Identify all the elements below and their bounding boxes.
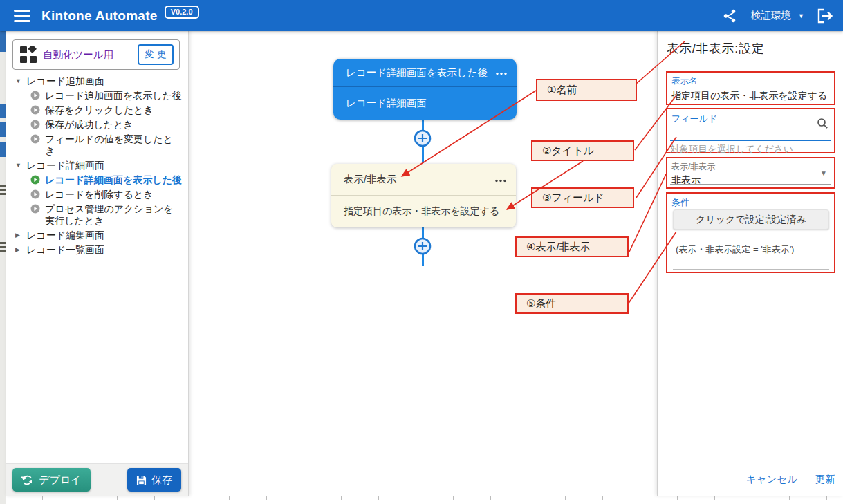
visibility-dropdown[interactable]: 表示/非表示 非表示 ▼ [666, 157, 835, 189]
event-tree: ▼ レコード追加画面 レコード追加画面を表示した後 保存をクリックしたとき 保存… [6, 74, 188, 257]
logout-icon[interactable] [817, 8, 833, 24]
cancel-link[interactable]: キャンセル [746, 473, 797, 486]
hamburger-menu-icon[interactable] [14, 10, 30, 22]
annotation-name: ①名前 [536, 79, 637, 101]
tree-item-label: レコード追加画面を表示した後 [45, 90, 182, 102]
caret-right-icon: ▶ [15, 244, 26, 256]
action-node-subtitle: 指定項目の表示・非表示を設定する [344, 205, 499, 218]
app-title: Kintone Automate [41, 8, 158, 24]
environment-label: 検証環境 [751, 9, 791, 22]
save-button[interactable]: 保存 [127, 468, 181, 492]
display-name-label: 表示名 [671, 75, 830, 87]
tree-item-record-delete[interactable]: レコードを削除するとき [6, 187, 188, 202]
action-node-title: 表示/非表示 [344, 173, 397, 186]
annotation-visibility: ④表示/非表示 [515, 236, 629, 257]
panel-footer: キャンセル 更新 [746, 473, 835, 486]
share-icon[interactable] [722, 8, 737, 24]
display-name-value[interactable]: 指定項目の表示・非表示を設定する [671, 90, 830, 102]
field-select-field[interactable]: フィールド 対象項目を選択してください [666, 108, 835, 153]
condition-summary: (表示・非表示設定 = '非表示') [676, 243, 794, 256]
field-label: フィールド [671, 113, 830, 125]
tree-item-detail-shown-selected[interactable]: レコード詳細画面を表示した後 [6, 173, 188, 187]
chevron-down-icon: ▼ [798, 12, 804, 19]
tree-item-process-action[interactable]: プロセス管理のアクションを実行したとき [6, 202, 188, 228]
sidebar: 自動化ツール用 変 更 ▼ レコード追加画面 レコード追加画面を表示した後 保存… [6, 31, 189, 496]
tree-section-record-detail[interactable]: ▼ レコード詳細画面 [6, 158, 188, 173]
tree-item-save-clicked[interactable]: 保存をクリックしたとき [6, 103, 188, 118]
refresh-icon [21, 474, 33, 486]
event-icon [30, 120, 40, 129]
save-icon [136, 475, 147, 485]
tree-section-record-list[interactable]: ▶ レコード一覧画面 [6, 243, 188, 257]
annotation-title: ②タイトル [531, 140, 634, 161]
dropdown-caret-icon[interactable]: ▼ [820, 169, 827, 177]
visibility-underline [670, 184, 831, 185]
tree-item-field-changed[interactable]: フィールドの値を変更したとき [6, 132, 188, 158]
caret-down-icon: ▼ [15, 160, 26, 171]
app-card: 自動化ツール用 変 更 [12, 39, 180, 70]
caret-right-icon: ▶ [15, 230, 26, 241]
update-link[interactable]: 更新 [815, 473, 835, 486]
trigger-node[interactable]: レコード詳細画面を表示した後 レコード詳細画面 [333, 59, 517, 120]
action-node[interactable]: 表示/非表示 指定項目の表示・非表示を設定する [331, 164, 516, 227]
add-step-icon[interactable] [414, 237, 432, 255]
condition-section: 条件 クリックで設定:設定済み (表示・非表示設定 = '非表示') [666, 192, 835, 273]
version-badge: V0.2.0 [165, 6, 199, 19]
tree-item-save-success[interactable]: 保存が成功したとき [6, 118, 188, 132]
tree-section-label: レコード詳細画面 [26, 160, 104, 171]
tree-section-record-edit[interactable]: ▶ レコード編集画面 [6, 228, 188, 243]
event-icon [30, 189, 40, 199]
trigger-node-title: レコード詳細画面を表示した後 [346, 66, 488, 80]
tree-section-label: レコード編集画面 [26, 230, 104, 241]
tree-item-label: レコード詳細画面を表示した後 [45, 174, 182, 186]
condition-label: 条件 [671, 196, 830, 209]
annotation-field: ③フィールド [531, 187, 634, 208]
app-header: Kintone Automate V0.2.0 検証環境 ▼ [0, 0, 843, 31]
caret-down-icon: ▼ [15, 75, 26, 87]
sidebar-footer: デプロイ 保存 [6, 463, 188, 496]
bottom-ruler [6, 496, 843, 500]
annotation-label: ①名前 [547, 84, 577, 97]
condition-divider [673, 269, 829, 270]
event-icon [30, 91, 40, 100]
tree-section-label: レコード追加画面 [26, 75, 104, 87]
app-window: Kintone Automate V0.2.0 検証環境 ▼ [0, 0, 843, 504]
tree-section-label: レコード一覧画面 [26, 244, 104, 256]
change-app-button[interactable]: 変 更 [138, 44, 174, 65]
condition-set-button[interactable]: クリックで設定:設定済み [673, 209, 829, 230]
search-icon[interactable] [817, 118, 828, 132]
trigger-node-subtitle: レコード詳細画面 [346, 97, 427, 110]
tree-item-label: 保存をクリックしたとき [45, 104, 154, 116]
tree-section-record-add[interactable]: ▼ レコード追加画面 [6, 74, 188, 88]
deploy-button[interactable]: デプロイ [12, 468, 91, 492]
annotation-condition: ⑤条件 [515, 293, 629, 314]
field-placeholder: 対象項目を選択してください [670, 143, 793, 156]
settings-panel: 表示/非表示:設定 表示名 指定項目の表示・非表示を設定する フィールド 対象項… [657, 31, 843, 496]
annotation-label: ⑤条件 [526, 297, 556, 310]
event-icon-selected [30, 175, 40, 185]
add-step-icon[interactable] [414, 129, 432, 147]
tree-item-label: プロセス管理のアクションを実行したとき [45, 203, 183, 227]
annotation-label: ④表示/非表示 [526, 241, 591, 254]
display-name-field[interactable]: 表示名 指定項目の表示・非表示を設定する [666, 71, 835, 105]
tree-item-add-shown[interactable]: レコード追加画面を表示した後 [6, 88, 188, 103]
panel-title: 表示/非表示:設定 [667, 40, 764, 57]
save-button-label: 保存 [152, 474, 173, 487]
event-icon [30, 134, 40, 144]
event-icon [30, 204, 40, 214]
environment-selector[interactable]: 検証環境 ▼ [751, 9, 804, 22]
app-name-link[interactable]: 自動化ツール用 [43, 48, 113, 62]
tree-item-label: 保存が成功したとき [45, 119, 133, 131]
visibility-label: 表示/非表示 [671, 161, 830, 173]
deploy-button-label: デプロイ [39, 474, 81, 487]
left-edge-strip [0, 31, 6, 504]
node-menu-icon[interactable] [495, 176, 506, 183]
visibility-value[interactable]: 非表示 [671, 174, 830, 187]
field-input-underline [670, 140, 831, 141]
app-icon [19, 46, 37, 64]
annotation-label: ②タイトル [542, 144, 594, 158]
node-menu-icon[interactable] [496, 69, 507, 77]
tree-item-label: レコードを削除するとき [45, 189, 154, 200]
event-icon [30, 105, 40, 115]
tree-item-label: フィールドの値を変更したとき [45, 133, 183, 157]
